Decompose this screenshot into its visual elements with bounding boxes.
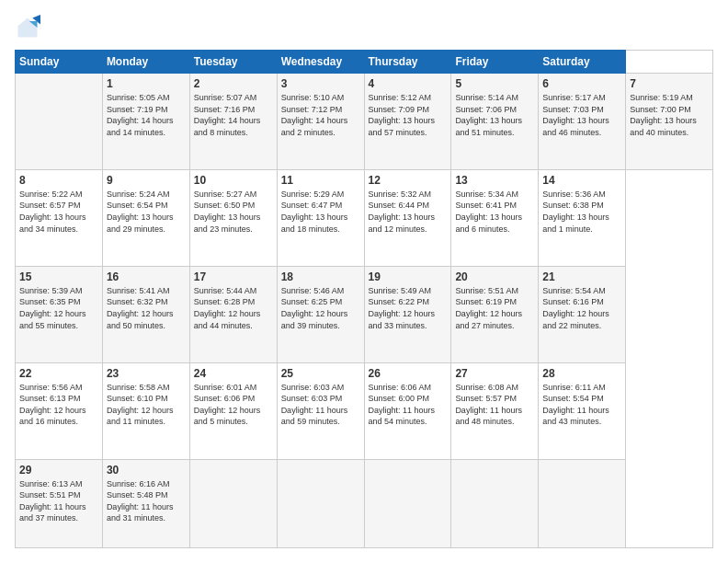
day-cell: 12Sunrise: 5:32 AMSunset: 6:44 PMDayligh… [364,169,451,266]
day-cell: 19Sunrise: 5:49 AMSunset: 6:22 PMDayligh… [364,266,451,362]
day-info: Sunrise: 5:27 AMSunset: 6:50 PMDaylight:… [194,189,273,235]
day-cell [451,459,539,547]
day-cell: 26Sunrise: 6:06 AMSunset: 6:00 PMDayligh… [364,362,451,459]
day-info: Sunrise: 5:22 AMSunset: 6:57 PMDaylight:… [19,189,98,235]
day-number: 1 [107,77,186,90]
day-info: Sunrise: 5:34 AMSunset: 6:41 PMDaylight:… [455,189,534,235]
day-number: 21 [542,270,621,283]
day-number: 24 [194,367,273,380]
day-info: Sunrise: 5:58 AMSunset: 6:10 PMDaylight:… [107,382,186,428]
logo [15,15,44,40]
day-cell: 11Sunrise: 5:29 AMSunset: 6:47 PMDayligh… [277,169,364,266]
day-cell: 14Sunrise: 5:36 AMSunset: 6:38 PMDayligh… [539,169,626,266]
col-header-saturday: Saturday [539,51,626,74]
empty-cell [16,74,103,170]
day-cell: 3Sunrise: 5:10 AMSunset: 7:12 PMDaylight… [277,74,364,170]
day-number: 17 [194,270,273,283]
day-info: Sunrise: 5:54 AMSunset: 6:16 PMDaylight:… [542,285,621,331]
day-number: 9 [107,174,186,187]
day-cell: 24Sunrise: 6:01 AMSunset: 6:06 PMDayligh… [189,362,277,459]
day-number: 2 [194,77,273,90]
col-header-tuesday: Tuesday [189,51,277,74]
day-cell: 15Sunrise: 5:39 AMSunset: 6:35 PMDayligh… [16,266,103,362]
week-row-3: 22Sunrise: 5:56 AMSunset: 6:13 PMDayligh… [16,362,713,459]
day-info: Sunrise: 5:12 AMSunset: 7:09 PMDaylight:… [369,92,448,138]
day-cell: 13Sunrise: 5:34 AMSunset: 6:41 PMDayligh… [451,169,539,266]
day-number: 30 [107,464,186,477]
day-number: 28 [542,367,621,380]
day-info: Sunrise: 5:10 AMSunset: 7:12 PMDaylight:… [281,92,360,138]
day-number: 26 [369,367,448,380]
logo-icon [15,15,40,40]
week-row-1: 8Sunrise: 5:22 AMSunset: 6:57 PMDaylight… [16,169,713,266]
calendar-table: SundayMondayTuesdayWednesdayThursdayFrid… [15,50,713,548]
day-info: Sunrise: 5:32 AMSunset: 6:44 PMDaylight:… [369,189,448,235]
day-cell: 22Sunrise: 5:56 AMSunset: 6:13 PMDayligh… [16,362,103,459]
day-info: Sunrise: 5:51 AMSunset: 6:19 PMDaylight:… [455,285,534,331]
col-header-thursday: Thursday [364,51,451,74]
day-info: Sunrise: 5:14 AMSunset: 7:06 PMDaylight:… [455,92,534,138]
day-cell: 10Sunrise: 5:27 AMSunset: 6:50 PMDayligh… [189,169,277,266]
day-number: 22 [19,367,98,380]
day-number: 10 [194,174,273,187]
day-info: Sunrise: 5:46 AMSunset: 6:25 PMDaylight:… [281,285,360,331]
day-number: 18 [281,270,360,283]
day-cell: 20Sunrise: 5:51 AMSunset: 6:19 PMDayligh… [451,266,539,362]
day-cell: 17Sunrise: 5:44 AMSunset: 6:28 PMDayligh… [189,266,277,362]
day-info: Sunrise: 5:56 AMSunset: 6:13 PMDaylight:… [19,382,98,428]
day-cell: 7Sunrise: 5:19 AMSunset: 7:00 PMDaylight… [626,74,713,170]
day-info: Sunrise: 6:11 AMSunset: 5:54 PMDaylight:… [542,382,621,428]
day-cell: 29Sunrise: 6:13 AMSunset: 5:51 PMDayligh… [16,459,103,547]
day-info: Sunrise: 5:29 AMSunset: 6:47 PMDaylight:… [281,189,360,235]
day-number: 23 [107,367,186,380]
day-info: Sunrise: 5:36 AMSunset: 6:38 PMDaylight:… [542,189,621,235]
day-info: Sunrise: 5:41 AMSunset: 6:32 PMDaylight:… [107,285,186,331]
day-cell: 4Sunrise: 5:12 AMSunset: 7:09 PMDaylight… [364,74,451,170]
day-info: Sunrise: 6:06 AMSunset: 6:00 PMDaylight:… [369,382,448,428]
day-info: Sunrise: 5:44 AMSunset: 6:28 PMDaylight:… [194,285,273,331]
day-cell: 27Sunrise: 6:08 AMSunset: 5:57 PMDayligh… [451,362,539,459]
day-cell: 8Sunrise: 5:22 AMSunset: 6:57 PMDaylight… [16,169,103,266]
day-info: Sunrise: 6:08 AMSunset: 5:57 PMDaylight:… [455,382,534,428]
day-number: 7 [630,77,709,90]
header-row: SundayMondayTuesdayWednesdayThursdayFrid… [16,51,713,74]
day-cell: 1Sunrise: 5:05 AMSunset: 7:19 PMDaylight… [102,74,189,170]
day-info: Sunrise: 6:03 AMSunset: 6:03 PMDaylight:… [281,382,360,428]
day-number: 25 [281,367,360,380]
day-cell: 23Sunrise: 5:58 AMSunset: 6:10 PMDayligh… [102,362,189,459]
day-number: 6 [542,77,621,90]
day-number: 29 [19,464,98,477]
day-info: Sunrise: 6:16 AMSunset: 5:48 PMDaylight:… [107,478,186,524]
day-cell: 5Sunrise: 5:14 AMSunset: 7:06 PMDaylight… [451,74,539,170]
day-cell: 16Sunrise: 5:41 AMSunset: 6:32 PMDayligh… [102,266,189,362]
calendar-page: SundayMondayTuesdayWednesdayThursdayFrid… [0,0,728,563]
day-cell [277,459,364,547]
header [15,15,713,40]
day-cell [539,459,626,547]
day-cell [364,459,451,547]
day-number: 15 [19,270,98,283]
day-number: 12 [369,174,448,187]
day-info: Sunrise: 5:24 AMSunset: 6:54 PMDaylight:… [107,189,186,235]
day-number: 20 [455,270,534,283]
day-number: 3 [281,77,360,90]
day-info: Sunrise: 5:19 AMSunset: 7:00 PMDaylight:… [630,92,709,138]
day-cell: 18Sunrise: 5:46 AMSunset: 6:25 PMDayligh… [277,266,364,362]
day-cell: 6Sunrise: 5:17 AMSunset: 7:03 PMDaylight… [539,74,626,170]
day-number: 5 [455,77,534,90]
col-header-wednesday: Wednesday [277,51,364,74]
day-cell: 21Sunrise: 5:54 AMSunset: 6:16 PMDayligh… [539,266,626,362]
day-cell: 30Sunrise: 6:16 AMSunset: 5:48 PMDayligh… [102,459,189,547]
day-info: Sunrise: 6:13 AMSunset: 5:51 PMDaylight:… [19,478,98,524]
day-info: Sunrise: 5:49 AMSunset: 6:22 PMDaylight:… [369,285,448,331]
day-info: Sunrise: 6:01 AMSunset: 6:06 PMDaylight:… [194,382,273,428]
week-row-2: 15Sunrise: 5:39 AMSunset: 6:35 PMDayligh… [16,266,713,362]
day-cell: 2Sunrise: 5:07 AMSunset: 7:16 PMDaylight… [189,74,277,170]
day-cell: 9Sunrise: 5:24 AMSunset: 6:54 PMDaylight… [102,169,189,266]
day-number: 27 [455,367,534,380]
day-number: 13 [455,174,534,187]
day-number: 14 [542,174,621,187]
day-number: 19 [369,270,448,283]
day-info: Sunrise: 5:05 AMSunset: 7:19 PMDaylight:… [107,92,186,138]
day-info: Sunrise: 5:39 AMSunset: 6:35 PMDaylight:… [19,285,98,331]
